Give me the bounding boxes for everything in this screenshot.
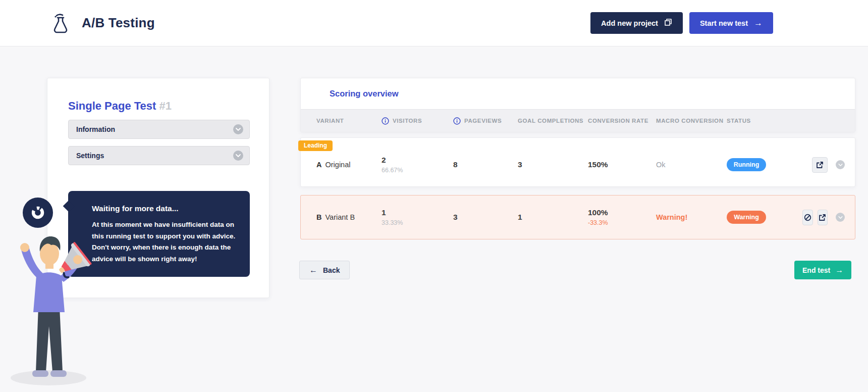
goal-completions-cell: 3 [518,160,588,169]
start-new-test-label: Start new test [700,19,748,27]
expand-row-chevron-icon[interactable] [836,213,845,222]
visitors-cell: 1 33.33% [382,208,453,226]
column-header-label: VISITORS [393,118,422,124]
column-header-status: STATUS [727,118,802,124]
column-header-conversion-rate: CONVERSION RATE [588,118,656,124]
status-badge: Running [727,158,766,171]
table-row-variant-b: BVariant B 1 33.33% 3 1 100% -33.3% Warn… [300,195,855,239]
visitors-value: 1 [382,208,453,217]
donut-chart-icon [23,198,53,228]
column-header-pageviews: PAGEVIEWS [453,117,518,125]
column-header-label: MACRO CONVERSION [656,118,724,124]
goal-completions-value: 1 [518,213,588,222]
pageviews-value: 3 [453,213,518,222]
variant-cell: AOriginal [316,161,382,169]
arrow-right-icon: → [754,19,763,27]
person-illustration [7,227,93,389]
advice-bubble: Waiting for more data... At this moment … [68,191,250,277]
start-new-test-button[interactable]: Start new test → [689,12,773,34]
column-header-label: CONVERSION RATE [588,118,648,124]
add-new-project-label: Add new project [601,19,658,27]
status-cell: Running [727,158,802,171]
leading-badge: Leading [298,140,333,151]
pageviews-cell: 8 [453,160,518,169]
visitors-share: 66.67% [382,167,453,174]
column-header-macro-conversion: MACRO CONVERSION [656,118,727,124]
row-actions [802,157,845,173]
pageviews-cell: 3 [453,213,518,222]
variant-letter: A [316,161,321,169]
macro-conversion-cell: Warning! [656,213,727,221]
column-header-label: PAGEVIEWS [464,118,502,124]
row-actions [802,210,845,225]
conversion-rate-value: 150% [588,160,656,169]
column-header-variant: VARIANT [316,118,382,124]
disable-variant-button[interactable] [802,210,813,225]
add-new-project-button[interactable]: Add new project [590,12,683,34]
accordion-information[interactable]: Information [68,120,250,139]
conversion-rate-cell: 150% [588,160,656,169]
table-header-row: VARIANT VISITORS PAGEVIEWS GOAL COMPLETI… [301,109,855,132]
arrow-right-icon: → [835,266,843,274]
scoring-overview-card: Scoring overview VARIANT VISITORS PAGEVI… [300,78,855,132]
conversion-rate-cell: 100% -33.3% [588,208,656,226]
conversion-delta: -33.3% [588,219,656,226]
scoring-title: Scoring overview [330,89,399,99]
expand-row-chevron-icon[interactable] [836,160,845,169]
variant-name: Original [325,161,350,169]
copy-icon [664,18,672,28]
info-icon[interactable] [382,117,389,125]
variant-letter: B [316,213,321,221]
goal-completions-value: 3 [518,160,588,169]
chevron-down-icon [233,124,243,134]
status-badge: Warning [727,211,766,224]
back-button-label: Back [323,266,340,274]
accordion-settings[interactable]: Settings [68,146,250,165]
header-actions: Add new project Start new test → [590,12,773,34]
advice-title: Waiting for more data... [92,204,236,213]
end-test-button[interactable]: End test → [794,261,851,279]
table-row-variant-a: Leading AOriginal 2 66.67% 8 3 150% Ok R… [300,137,855,187]
test-title: Single Page Test#1 [68,100,249,113]
advice-body: At this moment we have insufficient data… [92,219,239,265]
macro-conversion-cell: Ok [656,161,727,169]
app-title: A/B Testing [82,15,155,31]
status-cell: Warning [727,211,802,224]
visitors-cell: 2 66.67% [382,156,453,174]
info-icon[interactable] [453,117,461,125]
column-header-goal-completions: GOAL COMPLETIONS [518,118,588,124]
variant-cell: BVariant B [316,213,382,221]
column-header-label: VARIANT [316,118,344,124]
app-header: A/B Testing Add new project Start new te… [0,0,868,46]
ab-testing-page: A/B Testing Add new project Start new te… [0,0,868,392]
arrow-left-icon: ← [309,266,317,274]
shadow [11,370,86,385]
back-button[interactable]: ← Back [299,261,350,279]
end-test-label: End test [802,266,830,274]
column-header-visitors: VISITORS [382,117,453,125]
test-number: #1 [159,100,171,112]
column-header-label: GOAL COMPLETIONS [518,118,583,124]
accordion-information-label: Information [76,125,115,133]
external-link-button[interactable] [812,157,828,173]
visitors-value: 2 [382,156,453,165]
column-header-label: STATUS [727,118,751,124]
visitors-share: 33.33% [382,219,453,226]
goal-completions-cell: 1 [518,213,588,222]
accordion-settings-label: Settings [76,152,104,160]
test-title-text: Single Page Test [68,100,156,112]
brand: A/B Testing [50,12,155,34]
conversion-rate-value: 100% [588,208,656,217]
variant-name: Variant B [325,213,355,221]
scoring-title-bar: Scoring overview [301,78,855,109]
pageviews-value: 8 [453,160,518,169]
external-link-button[interactable] [818,210,828,225]
flask-icon [50,12,71,34]
chevron-down-icon [233,151,243,161]
